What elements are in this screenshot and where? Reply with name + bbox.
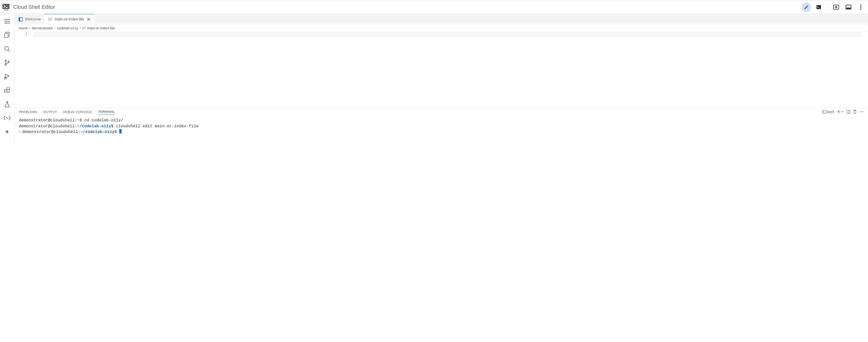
crumb-home[interactable]: home: [19, 26, 28, 30]
svg-rect-2: [816, 5, 821, 9]
more-menu-button[interactable]: [856, 2, 866, 12]
svg-point-20: [5, 64, 6, 65]
separator: [827, 4, 828, 10]
sparkle-icon: [4, 129, 10, 135]
terminal-line: demonstrator@cloudshell:~/codelab-o11y$: [19, 129, 864, 135]
svg-point-10: [860, 6, 861, 7]
cloud-code-icon: [4, 116, 10, 120]
svg-point-6: [836, 7, 836, 7]
panel-tab-output[interactable]: OUTPUT: [43, 109, 57, 115]
terminal-view[interactable]: demonstrator@cloudshell:~$ cd codelab-o1…: [14, 116, 868, 147]
svg-rect-28: [7, 90, 9, 92]
svg-rect-16: [4, 33, 8, 38]
code-area[interactable]: [34, 32, 868, 107]
svg-rect-29: [7, 87, 9, 90]
brand: Cloud Shell Editor: [2, 4, 55, 10]
svg-rect-30: [6, 117, 7, 118]
svg-point-9: [860, 4, 861, 5]
panel-tab-debug-console[interactable]: DEBUG CONSOLE: [63, 109, 92, 115]
plus-icon: [837, 110, 840, 113]
chevron-down-icon: [841, 111, 844, 113]
svg-rect-38: [82, 28, 86, 28]
line-1[interactable]: [34, 32, 861, 37]
svg-point-44: [861, 111, 862, 112]
new-terminal-button[interactable]: [837, 110, 844, 113]
files-icon: [4, 32, 10, 38]
svg-rect-33: [20, 18, 22, 21]
search-icon: [4, 46, 10, 52]
activity-cloud-code[interactable]: [2, 113, 12, 123]
svg-point-19: [5, 60, 6, 61]
svg-rect-35: [48, 19, 52, 20]
svg-rect-36: [48, 20, 51, 21]
activity-explorer[interactable]: [2, 30, 12, 40]
split-terminal-button[interactable]: [846, 110, 850, 113]
svg-rect-32: [19, 18, 20, 21]
tab-close-button[interactable]: [86, 17, 91, 22]
play-bug-icon: [4, 74, 10, 80]
terminal-line: demonstrator@cloudshell:~$ cd codelab-o1…: [19, 117, 864, 123]
svg-rect-13: [4, 21, 10, 22]
app-title: Cloud Shell Editor: [13, 4, 55, 10]
activity-run-debug[interactable]: [2, 72, 12, 81]
chevron-right-icon: ›: [54, 26, 56, 30]
svg-rect-1: [6, 7, 8, 8]
activity-source-control[interactable]: [2, 58, 12, 67]
panel-more-button[interactable]: [860, 111, 864, 113]
hamburger-icon: [4, 19, 10, 23]
activity-extensions[interactable]: [2, 86, 12, 95]
chevron-right-icon: ›: [29, 26, 30, 30]
panel-tab-problems[interactable]: PROBLEMS: [19, 109, 37, 115]
extensions-icon: [4, 87, 10, 93]
editor-area: Welcome main-or-index-file home › demons…: [14, 14, 868, 147]
panel-tab-terminal[interactable]: TERMINAL: [98, 109, 115, 115]
svg-rect-31: [7, 118, 8, 119]
code-editor[interactable]: 1: [14, 32, 868, 107]
welcome-icon: [18, 17, 23, 22]
crumb-user[interactable]: demonstrator: [32, 26, 53, 30]
editor-tabs: Welcome main-or-index-file: [14, 14, 868, 25]
tab-label: main-or-index-file: [55, 17, 84, 22]
activity-menu[interactable]: [2, 17, 12, 26]
svg-line-25: [6, 78, 6, 78]
svg-point-21: [8, 61, 9, 62]
activity-testing[interactable]: [2, 99, 12, 109]
line-number: 1: [14, 32, 27, 36]
web-preview-button[interactable]: [831, 2, 841, 12]
kill-terminal-button[interactable]: [853, 110, 857, 114]
open-terminal-button[interactable]: [814, 2, 824, 12]
svg-rect-3: [819, 8, 820, 8]
panel-tabs: PROBLEMS OUTPUT DEBUG CONSOLE TERMINAL b…: [14, 108, 868, 116]
svg-line-23: [4, 78, 4, 78]
svg-rect-40: [822, 110, 826, 113]
breadcrumbs[interactable]: home › demonstrator › codelab-o11y › mai…: [14, 25, 868, 32]
unsynced-indicator-icon: [19, 131, 21, 133]
crumb-file[interactable]: main-or-index-file: [87, 26, 115, 30]
close-icon: [87, 18, 90, 21]
top-bar: Cloud Shell Editor: [0, 0, 868, 14]
panel-toolbar: bash: [822, 110, 864, 114]
terminal-icon: [816, 4, 822, 10]
activity-search[interactable]: [2, 44, 12, 54]
topbar-actions: [802, 2, 866, 12]
tab-welcome[interactable]: Welcome: [14, 14, 44, 24]
chevron-right-icon: ›: [80, 26, 81, 30]
kebab-icon: [860, 4, 862, 10]
activity-ai[interactable]: [2, 127, 12, 137]
activity-bar: [0, 14, 14, 147]
open-editor-button[interactable]: [802, 2, 811, 12]
svg-rect-8: [846, 8, 850, 9]
trash-icon: [853, 110, 857, 114]
svg-rect-39: [82, 29, 85, 29]
svg-line-24: [4, 78, 4, 79]
svg-rect-12: [4, 19, 10, 20]
crumb-project[interactable]: codelab-o11y: [57, 26, 78, 30]
svg-point-11: [860, 8, 861, 9]
tab-main-file[interactable]: main-or-index-file: [44, 14, 95, 24]
svg-line-26: [6, 78, 6, 79]
panel-layout-icon: [846, 5, 851, 9]
toggle-panel-button[interactable]: [844, 2, 853, 12]
terminal-profile[interactable]: bash: [822, 110, 834, 114]
flask-icon: [4, 101, 10, 107]
main: Welcome main-or-index-file home › demons…: [0, 14, 868, 147]
